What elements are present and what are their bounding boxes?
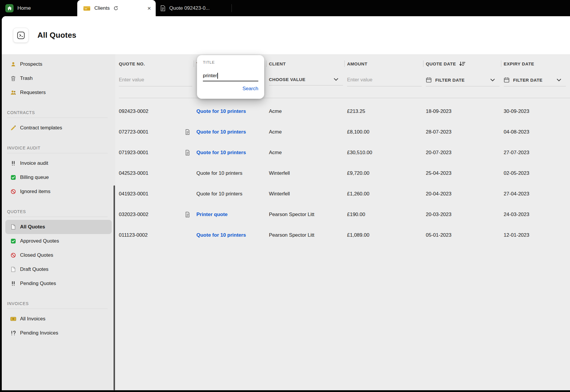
expiry-date-value: 02-05-2023 [504, 170, 529, 176]
quote-title-link[interactable]: Quote for 10 printers [196, 150, 246, 156]
sidebar-item-label: Billing queue [20, 174, 49, 180]
sidebar-item-label: Draft Quotes [20, 266, 48, 272]
no-entry-icon [9, 253, 17, 258]
section-divider [7, 309, 108, 309]
tab-quote[interactable]: Quote 092423-0... [156, 0, 232, 16]
sidebar-section-invoice-audit: INVOICE AUDIT Invoice audit Billing queu… [2, 146, 115, 199]
sidebar-item-pending-invoices[interactable]: Pending Invoices [5, 326, 112, 340]
quote-title-link[interactable]: Quote for 10 printers [196, 170, 242, 176]
sidebar-item-ignored-items[interactable]: Ignored items [5, 185, 112, 199]
sidebar-item-approved-quotes[interactable]: Approved Quotes [5, 234, 112, 248]
table-row[interactable]: 092423-0002 Quote for 10 printers Acme £… [119, 101, 570, 122]
tab-home[interactable]: Home [0, 0, 77, 16]
quote-title-link[interactable]: Quote for 10 printers [196, 129, 246, 135]
quote-title-link[interactable]: Quote for 10 printers [196, 191, 242, 197]
filter-amount [347, 74, 426, 86]
tab-clients-label: Clients [94, 5, 110, 11]
sidebar-item-label: Prospects [20, 61, 42, 67]
attachment-doc-icon [185, 212, 190, 218]
sidebar-item-label: Approved Quotes [20, 238, 59, 244]
table-row[interactable]: 041923-0001 Quote for 10 printers Winter… [119, 184, 570, 204]
app-header: All Quotes [2, 16, 570, 54]
title-filter-input[interactable]: printer [203, 73, 258, 81]
sidebar-item-contract-templates[interactable]: Contract templates [5, 121, 112, 135]
column-header-client[interactable]: CLIENT [269, 61, 347, 66]
text-caret [217, 73, 218, 79]
quote-number: 072723-0001 [119, 129, 148, 135]
column-header-quote-date[interactable]: QUOTE DATE [426, 61, 504, 66]
sidebar-item-invoice-audit[interactable]: Invoice audit [5, 156, 112, 170]
quote-number: 011123-0002 [119, 232, 148, 238]
sidebar-item-label: Pending Quotes [20, 281, 56, 286]
title-filter-popup: TITLE printer Search [197, 55, 264, 99]
banknote-icon [9, 317, 17, 321]
chevron-down-icon [557, 79, 561, 81]
column-header-expiry-date[interactable]: EXPIRY DATE [504, 61, 570, 66]
sidebar-item-trash[interactable]: Trash [5, 71, 112, 85]
quote-number: 041923-0001 [119, 191, 148, 197]
sidebar-section-quotes: QUOTES All Quotes Approved Quotes [2, 209, 115, 291]
tab-clients[interactable]: Clients × [77, 0, 156, 16]
filter-quote-date: FILTER DATE [426, 74, 504, 86]
table-row[interactable]: 071923-0001 Quote for 10 printers Acme £… [119, 142, 570, 163]
chevron-down-icon [334, 78, 338, 81]
home-icon [5, 4, 14, 12]
amount-value: £1,089.00 [347, 232, 369, 238]
section-divider [7, 153, 108, 153]
prospects-icon [9, 62, 17, 67]
sidebar-item-prospects[interactable]: Prospects [5, 57, 112, 71]
sidebar-item-all-invoices[interactable]: All Invoices [5, 312, 112, 326]
quote-date-value: 05-01-2023 [426, 232, 451, 238]
sidebar-item-billing-queue[interactable]: Billing queue [5, 170, 112, 185]
quote-title-link[interactable]: Quote for 10 printers [196, 108, 246, 114]
double-exclamation-icon [9, 281, 17, 286]
sidebar-scrollbar[interactable] [114, 185, 115, 390]
sidebar-item-draft-quotes[interactable]: Draft Quotes [5, 262, 112, 276]
filter-client: CHOOSE VALUE [269, 74, 347, 85]
table-row[interactable]: 032023-0002 Printer quote Pearson Specto… [119, 204, 570, 225]
column-header-quote-no[interactable]: QUOTE NO. [119, 61, 196, 66]
quote-no-filter-input[interactable] [119, 74, 192, 86]
quote-date-value: 20-07-2023 [426, 150, 451, 156]
client-filter-dropdown[interactable]: CHOOSE VALUE [269, 74, 343, 85]
quote-date-filter-dropdown[interactable]: FILTER DATE [426, 74, 500, 86]
app-window: All Quotes Prospects Trash Requeste [2, 16, 570, 390]
green-check-icon [9, 238, 17, 244]
quote-date-value: 18-09-2023 [426, 108, 451, 114]
sidebar-item-requesters[interactable]: Requesters [5, 85, 112, 100]
sort-descending-icon[interactable] [459, 61, 466, 66]
expiry-date-filter-dropdown[interactable]: FILTER DATE [504, 74, 566, 86]
sidebar-item-pending-quotes[interactable]: Pending Quotes [5, 276, 112, 291]
close-tab-icon[interactable]: × [147, 5, 151, 11]
column-header-amount[interactable]: AMOUNT [347, 61, 426, 66]
table-row[interactable]: 011123-0002 Quote for 10 printers Pearso… [119, 225, 570, 246]
amount-value: £8,100.00 [347, 129, 369, 135]
section-divider [7, 118, 108, 118]
quotes-table: QUOTE NO. TITLE CLIENT AMOUNT QUOTE DATE… [115, 54, 570, 390]
table-row[interactable]: 072723-0001 Quote for 10 printers Acme £… [119, 122, 570, 142]
tab-home-label: Home [17, 5, 31, 11]
calendar-icon [426, 77, 432, 83]
console-app-icon-button[interactable] [13, 28, 29, 43]
title-filter-value: printer [203, 73, 217, 79]
quote-date-value: 20-04-2023 [426, 191, 451, 197]
expiry-date-value: 30-09-2023 [504, 108, 529, 114]
no-entry-icon [9, 189, 17, 194]
client-name: Pearson Spector Litt [269, 232, 314, 238]
sidebar-item-all-quotes[interactable]: All Quotes [5, 220, 112, 234]
amount-value: £1,260.00 [347, 191, 369, 197]
quote-date-value: 20-03-2023 [426, 212, 451, 218]
search-link[interactable]: Search [203, 86, 258, 92]
quote-title-link[interactable]: Quote for 10 printers [196, 232, 246, 238]
quote-number: 042523-0001 [119, 170, 148, 176]
sidebar-item-closed-quotes[interactable]: Closed Quotes [5, 248, 112, 262]
pencil-icon [9, 125, 17, 131]
client-name: Winterfell [269, 170, 290, 176]
table-row[interactable]: 042523-0001 Quote for 10 printers Winter… [119, 163, 570, 184]
trash-icon [9, 76, 17, 81]
table-body: 092423-0002 Quote for 10 printers Acme £… [119, 98, 570, 246]
sync-icon[interactable] [114, 6, 118, 11]
amount-filter-input[interactable] [347, 74, 422, 86]
sidebar-item-label: Closed Quotes [20, 252, 53, 258]
quote-title-link[interactable]: Printer quote [196, 212, 228, 218]
